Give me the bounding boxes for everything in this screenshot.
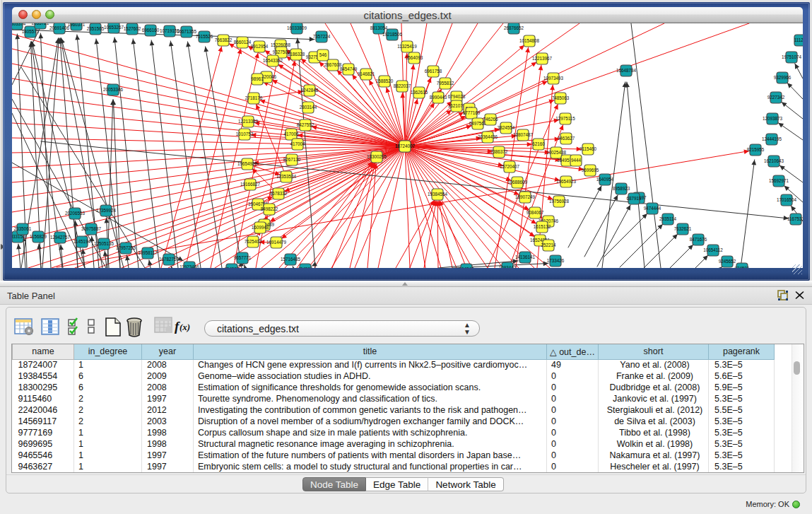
svg-text:12353534: 12353534 <box>276 174 297 179</box>
svg-text:9227342: 9227342 <box>767 95 785 100</box>
svg-text:7625402: 7625402 <box>245 239 262 244</box>
svg-text:8990443: 8990443 <box>430 95 447 100</box>
svg-text:924501: 924501 <box>734 266 750 269</box>
svg-text:9115460: 9115460 <box>579 146 597 151</box>
svg-text:8660124: 8660124 <box>234 40 252 45</box>
svg-text:1803374: 1803374 <box>12 23 26 26</box>
svg-text:9242848: 9242848 <box>301 88 319 93</box>
svg-text:62160: 62160 <box>532 141 545 146</box>
svg-text:15720407: 15720407 <box>500 164 520 169</box>
svg-text:7515526: 7515526 <box>196 34 213 39</box>
svg-text:7632621: 7632621 <box>674 226 692 231</box>
svg-text:6794028: 6794028 <box>448 94 466 99</box>
svg-text:6961758: 6961758 <box>425 69 442 74</box>
svg-text:417004: 417004 <box>290 141 305 146</box>
svg-text:19218506: 19218506 <box>382 32 403 37</box>
svg-text:104342: 104342 <box>459 267 474 269</box>
svg-text:1156829: 1156829 <box>30 234 47 239</box>
svg-text:8215955: 8215955 <box>747 147 765 152</box>
svg-text:1167531: 1167531 <box>787 216 803 221</box>
svg-text:7485063: 7485063 <box>552 95 570 100</box>
svg-text:2335061: 2335061 <box>14 226 32 231</box>
svg-text:18724007: 18724007 <box>395 144 416 148</box>
svg-text:15692971: 15692971 <box>769 178 789 183</box>
svg-text:8678332: 8678332 <box>270 191 288 196</box>
svg-text:1564093: 1564093 <box>406 55 423 60</box>
svg-text:2803144: 2803144 <box>300 105 317 110</box>
svg-text:18907249: 18907249 <box>515 194 536 199</box>
svg-text:7386372: 7386372 <box>490 149 508 154</box>
svg-text:546: 546 <box>319 52 327 57</box>
svg-text:1960371: 1960371 <box>68 23 86 27</box>
svg-text:20053346: 20053346 <box>103 87 124 92</box>
svg-text:954502: 954502 <box>224 267 240 269</box>
svg-text:26876652: 26876652 <box>504 25 524 30</box>
svg-text:17957255: 17957255 <box>116 245 136 250</box>
svg-text:16914479: 16914479 <box>266 240 287 245</box>
svg-text:10958117: 10958117 <box>138 250 158 255</box>
svg-text:15716485: 15716485 <box>281 257 301 262</box>
svg-text:954506: 954506 <box>298 267 313 269</box>
svg-text:9084067: 9084067 <box>526 210 544 215</box>
svg-text:20691406: 20691406 <box>49 25 70 30</box>
svg-text:14136141: 14136141 <box>515 255 536 259</box>
svg-text:16543362: 16543362 <box>263 58 283 63</box>
svg-text:11325419: 11325419 <box>397 44 417 49</box>
svg-text:12213967: 12213967 <box>532 56 553 61</box>
svg-text:9474444: 9474444 <box>644 206 661 211</box>
svg-text:16210643: 16210643 <box>764 158 784 163</box>
svg-text:3824554: 3824554 <box>498 125 515 130</box>
svg-text:16671355: 16671355 <box>177 29 197 34</box>
svg-text:417006: 417006 <box>283 132 299 136</box>
svg-text:6966160: 6966160 <box>142 28 160 33</box>
svg-text:16782759: 16782759 <box>159 257 180 262</box>
svg-text:6497568: 6497568 <box>469 121 487 126</box>
svg-text:9245652: 9245652 <box>719 259 736 264</box>
svg-text:8471676: 8471676 <box>690 237 707 242</box>
svg-text:12444195: 12444195 <box>762 136 782 141</box>
svg-text:19756928: 19756928 <box>549 199 570 204</box>
svg-text:1527602: 1527602 <box>124 26 141 31</box>
svg-text:20206553: 20206553 <box>65 211 86 216</box>
svg-text:9146821: 9146821 <box>358 71 375 76</box>
svg-text:2718176: 2718176 <box>245 95 263 100</box>
svg-text:10654112: 10654112 <box>703 247 723 252</box>
svg-text:11121: 11121 <box>794 37 803 42</box>
svg-text:19166827: 19166827 <box>240 182 261 187</box>
svg-text:8958923: 8958923 <box>613 186 630 191</box>
svg-text:7357224: 7357224 <box>313 34 331 39</box>
svg-text:19751074: 19751074 <box>782 54 802 59</box>
svg-text:2055721: 2055721 <box>32 23 49 25</box>
svg-text:687919: 687919 <box>626 196 642 201</box>
svg-text:7955812: 7955812 <box>437 81 454 86</box>
svg-text:8267130: 8267130 <box>283 157 301 162</box>
svg-text:10688609: 10688609 <box>507 180 528 185</box>
svg-text:12093873: 12093873 <box>763 116 783 121</box>
svg-text:1640954: 1640954 <box>596 177 614 182</box>
svg-text:16033809: 16033809 <box>287 25 307 30</box>
svg-text:98961: 98961 <box>251 76 264 81</box>
svg-text:9444: 9444 <box>571 158 582 163</box>
svg-text:8912954: 8912954 <box>251 44 269 49</box>
svg-text:2935114: 2935114 <box>659 216 677 221</box>
svg-text:1733426: 1733426 <box>547 258 565 263</box>
svg-text:9699695: 9699695 <box>582 168 599 173</box>
svg-text:8186328: 8186328 <box>288 52 305 57</box>
svg-text:1093442: 1093442 <box>499 265 517 269</box>
svg-text:11923466: 11923466 <box>180 264 199 269</box>
svg-text:9329966: 9329966 <box>774 75 792 80</box>
svg-text:1010753: 1010753 <box>236 132 254 136</box>
svg-text:12505135: 12505135 <box>94 241 114 246</box>
svg-text:20364436: 20364436 <box>478 134 498 139</box>
svg-text:9657771: 9657771 <box>234 255 252 260</box>
svg-text:16648784: 16648784 <box>616 68 637 73</box>
svg-text:1145194: 1145194 <box>73 239 91 244</box>
svg-text:1615132: 1615132 <box>534 224 551 229</box>
svg-text:12975115: 12975115 <box>555 116 575 121</box>
svg-text:19384554: 19384554 <box>428 192 448 197</box>
svg-text:1588520: 1588520 <box>376 78 394 83</box>
svg-text:10807487: 10807487 <box>513 132 534 137</box>
svg-text:9463627: 9463627 <box>558 136 575 141</box>
svg-text:17359924: 17359924 <box>96 208 117 213</box>
svg-text:8813054: 8813054 <box>370 25 388 30</box>
